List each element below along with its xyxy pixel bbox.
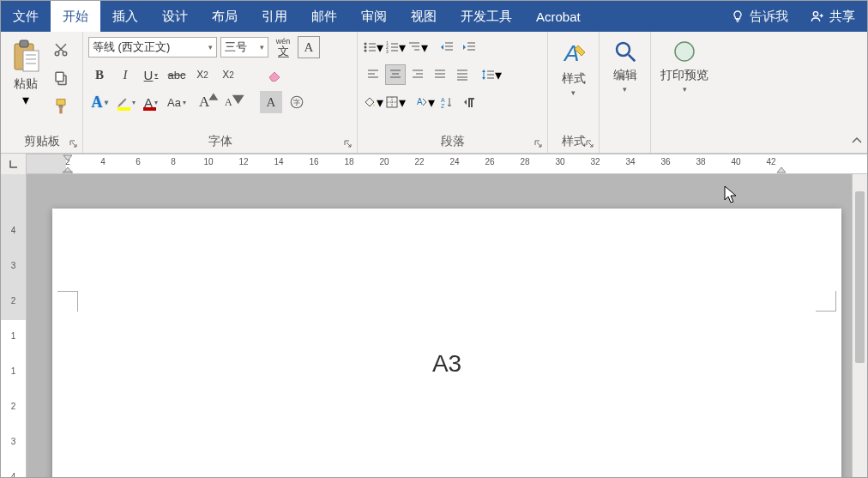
borders-button[interactable]: ▾ (385, 92, 406, 112)
menu-layout[interactable]: 布局 (200, 1, 250, 32)
align-justify-button[interactable] (430, 64, 450, 85)
page-content-text: A3 (432, 350, 461, 378)
ribbon: 粘贴 ▾ 剪贴板 等线 (西文正文)▾ (1, 32, 867, 154)
svg-point-16 (365, 43, 367, 45)
show-marks-button[interactable] (459, 92, 479, 112)
font-size-combo[interactable]: 三号▾ (220, 37, 268, 57)
format-painter-button[interactable] (49, 94, 73, 118)
numbering-button[interactable]: 123▾ (385, 37, 406, 57)
share-label: 共享 (829, 9, 855, 25)
line-spacing-button[interactable]: ▾ (481, 64, 502, 85)
tab-selector[interactable] (1, 154, 27, 174)
char-shading-button[interactable]: A (260, 91, 282, 113)
svg-point-66 (675, 42, 694, 61)
share-button[interactable]: 共享 (799, 1, 867, 32)
decrease-indent-button[interactable] (437, 37, 457, 57)
chevron-down-icon: ▾ (377, 94, 383, 111)
superscript-button[interactable]: X2 (217, 64, 239, 86)
menu-developer[interactable]: 开发工具 (449, 1, 524, 32)
menu-file[interactable]: 文件 (1, 1, 51, 32)
align-right-button[interactable] (407, 64, 428, 85)
sort-button[interactable]: AZ (437, 92, 457, 112)
text-effects-button[interactable]: A▾ (88, 91, 111, 113)
ruler-h-label: 12 (238, 157, 248, 166)
ruler-v-label: 2 (11, 402, 16, 411)
ruler-area: 24681012141618202224262830323436384042 (1, 154, 867, 174)
ruler-v-label: 4 (11, 472, 16, 477)
italic-button[interactable]: I (114, 64, 136, 86)
chevron-down-icon: ▾ (421, 39, 428, 56)
ruler-h-label: 36 (660, 157, 670, 166)
first-line-indent-marker[interactable] (63, 154, 73, 161)
menu-view[interactable]: 视图 (399, 1, 449, 32)
styles-button[interactable]: A 样式 ▾ (559, 35, 588, 97)
align-distributed-button[interactable] (452, 64, 473, 85)
paste-button[interactable]: 粘贴 ▾ (6, 35, 45, 121)
char-border-button[interactable]: A (298, 36, 320, 58)
styles-label: 样式 (562, 71, 586, 87)
document-scroll[interactable]: A3 (27, 174, 867, 477)
menu-design[interactable]: 设计 (150, 1, 200, 32)
copy-icon (53, 70, 69, 86)
hanging-indent-marker[interactable] (63, 165, 73, 173)
horizontal-ruler[interactable]: 24681012141618202224262830323436384042 (27, 154, 867, 174)
copy-button[interactable] (49, 66, 73, 90)
font-launcher[interactable] (342, 138, 354, 150)
ruler-h-label: 32 (590, 157, 600, 166)
highlight-button[interactable]: ▾ (114, 91, 136, 113)
paste-dropdown-icon: ▾ (22, 92, 29, 108)
paragraph-launcher[interactable] (533, 138, 545, 150)
font-name-combo[interactable]: 等线 (西文正文)▾ (88, 37, 217, 57)
page[interactable]: A3 (52, 209, 841, 477)
menu-references[interactable]: 引用 (250, 1, 299, 32)
cut-button[interactable] (49, 38, 73, 62)
menu-insert[interactable]: 插入 (100, 1, 150, 32)
tell-me-search[interactable]: 告诉我 (720, 1, 799, 32)
paint-bucket-icon (363, 95, 377, 109)
print-preview-button[interactable]: 打印预览 ▾ (660, 35, 708, 94)
menu-acrobat[interactable]: Acrobat (524, 1, 593, 32)
ruler-h-label: 30 (555, 157, 564, 166)
vertical-scrollbar[interactable] (852, 174, 867, 477)
align-center-button[interactable] (385, 64, 406, 85)
right-indent-marker[interactable] (776, 165, 787, 173)
menu-review[interactable]: 审阅 (349, 1, 399, 32)
menu-home[interactable]: 开始 (51, 1, 100, 32)
paste-label: 粘贴 (14, 76, 38, 92)
vertical-ruler[interactable]: 43211234 (1, 174, 27, 477)
scrollbar-thumb[interactable] (855, 191, 865, 363)
enclose-char-button[interactable]: 字 (286, 91, 308, 113)
font-color-button[interactable]: A ▾ (140, 91, 162, 113)
phonetic-guide-button[interactable]: wén 文 (272, 36, 294, 58)
grow-font-button[interactable]: A (198, 91, 220, 113)
change-case-button[interactable]: Aa▾ (166, 91, 188, 113)
borders-icon (385, 95, 399, 109)
menu-mailings[interactable]: 邮件 (299, 1, 349, 32)
increase-indent-button[interactable] (459, 37, 479, 57)
chevron-down-icon: ▾ (260, 43, 264, 51)
align-left-icon (366, 68, 380, 82)
group-paragraph: ▾ 123▾ ▾ ▾ ▾ ▾ A▾ AZ 段落 (358, 32, 548, 153)
ruler-v-label: 4 (11, 226, 16, 235)
asian-layout-button[interactable]: A▾ (414, 92, 435, 112)
pilcrow-icon (462, 95, 476, 109)
underline-button[interactable]: U▾ (140, 64, 162, 86)
chevron-down-icon: ▾ (377, 39, 383, 56)
clear-formatting-button[interactable] (263, 64, 286, 86)
bold-button[interactable]: B (88, 64, 111, 86)
bullets-button[interactable]: ▾ (363, 37, 383, 57)
indent-icon (462, 40, 476, 54)
clipboard-launcher[interactable] (68, 138, 80, 150)
shrink-font-button[interactable]: A (224, 91, 246, 113)
align-left-button[interactable] (363, 64, 383, 85)
strikethrough-button[interactable]: abc (166, 64, 188, 86)
tell-me-label: 告诉我 (750, 9, 788, 25)
launcher-icon (344, 140, 353, 148)
collapse-ribbon-button[interactable] (850, 134, 864, 151)
editing-button[interactable]: 编辑 ▾ (612, 35, 638, 94)
shading-button[interactable]: ▾ (363, 92, 383, 112)
styles-launcher[interactable] (584, 138, 596, 150)
multilevel-list-button[interactable]: ▾ (407, 37, 428, 57)
outdent-icon (440, 40, 454, 54)
subscript-button[interactable]: X2 (191, 64, 214, 86)
